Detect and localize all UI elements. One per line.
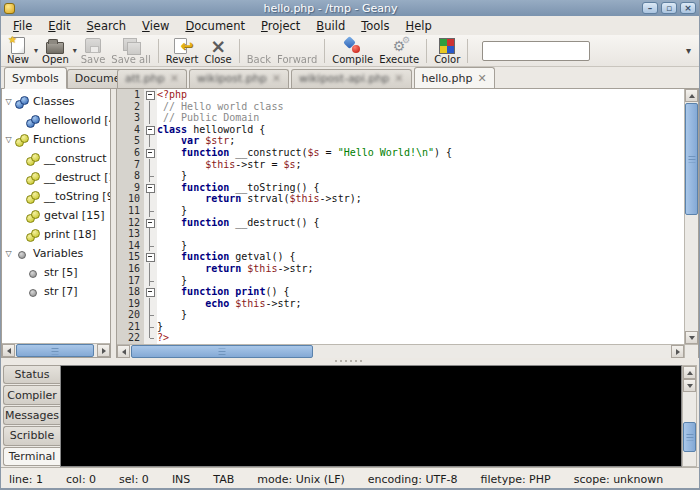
tab-close-icon[interactable]: ✕ (394, 74, 403, 83)
tree-expander-icon[interactable]: ▽ (2, 249, 15, 258)
code-token: $s (283, 159, 295, 170)
menu-document[interactable]: Document (178, 17, 252, 35)
color-button[interactable]: Color (431, 36, 463, 66)
code-token (157, 298, 205, 309)
scroll-up-icon[interactable] (685, 89, 698, 102)
fold-line (144, 112, 157, 124)
tab-symbols[interactable]: Symbols (4, 67, 67, 89)
editor-vertical-scrollbar[interactable] (684, 89, 698, 344)
tree-item-classes[interactable]: ▽Classes (2, 92, 110, 111)
code-token: = (320, 147, 338, 158)
code-token: // Public Domain (157, 112, 259, 123)
window-controls: –▫× (642, 2, 696, 14)
scrollbar-thumb[interactable] (685, 103, 698, 215)
scrollbar-thumb[interactable] (131, 345, 313, 358)
tab-scribble[interactable]: Scribble (3, 426, 60, 445)
terminal-vertical-scrollbar[interactable] (682, 365, 697, 467)
editor-horizontal-scrollbar[interactable] (117, 344, 684, 358)
titlebar[interactable]: hello.php - /tmp - Geany –▫× (1, 0, 699, 16)
symbols-sidebar: ▽Classeshelloworld [4]▽Functions__constr… (1, 89, 111, 358)
minimize-button[interactable]: – (642, 2, 658, 14)
tree-item-print-18-[interactable]: print [18] (2, 225, 110, 244)
tab-wikipost-api-php[interactable]: wikipost-api.php✕ (291, 69, 412, 88)
code-line: // Hello world class (157, 101, 684, 113)
tab-hello-php[interactable]: hello.php✕ (414, 67, 495, 88)
scroll-left-icon[interactable] (2, 344, 15, 357)
tree-item-variables[interactable]: ▽Variables (2, 244, 110, 263)
open-button[interactable]: Open (39, 36, 72, 66)
revert-button[interactable]: Revert (163, 36, 202, 66)
tab-close-icon[interactable]: ✕ (170, 74, 179, 83)
menu-project[interactable]: Project (254, 17, 307, 35)
code-token: } (157, 205, 187, 216)
toolbar-button-label: Save all (111, 55, 150, 65)
tree-item-helloworld-4-[interactable]: helloworld [4] (2, 111, 110, 130)
fold-collapse-icon[interactable] (144, 286, 157, 298)
tree-item-functions[interactable]: ▽Functions (2, 130, 110, 149)
tab-compiler[interactable]: Compiler (3, 385, 60, 404)
status-field-scope: scope: unknown (574, 473, 663, 486)
bottom-panel-splitter[interactable] (1, 358, 699, 364)
fold-collapse-icon[interactable] (144, 89, 157, 101)
close-button[interactable]: Close (201, 36, 234, 66)
tab-wikipost-php[interactable]: wikipost.php✕ (189, 69, 289, 88)
code-token: ) { (434, 147, 452, 158)
tree-expander-icon[interactable]: ▽ (2, 97, 15, 106)
toolbar-search-input[interactable] (482, 41, 590, 61)
fold-line (144, 101, 157, 113)
tab-close-icon[interactable]: ✕ (272, 74, 281, 83)
code-line (157, 228, 684, 240)
fold-collapse-icon[interactable] (144, 251, 157, 263)
save-all-button: Save all (108, 36, 153, 66)
fold-collapse-icon[interactable] (144, 124, 157, 136)
tab-terminal[interactable]: Terminal (3, 447, 60, 466)
tree-item-str-5-[interactable]: str [5] (2, 263, 110, 282)
fold-collapse-icon[interactable] (144, 182, 157, 194)
new-button[interactable]: New (3, 36, 33, 66)
menu-help[interactable]: Help (399, 17, 439, 35)
tree-item--tostring-9-[interactable]: __toString [9] (2, 187, 110, 206)
menu-tools[interactable]: Tools (354, 17, 396, 35)
menu-search[interactable]: Search (80, 17, 134, 35)
code-view[interactable]: <?php // Hello world class // Public Dom… (157, 89, 684, 344)
compile-button[interactable]: Compile (329, 36, 376, 66)
terminal-output[interactable] (60, 365, 682, 467)
fold-collapse-icon[interactable] (144, 217, 157, 229)
tab-att-php[interactable]: att.php✕ (117, 69, 187, 88)
execute-button[interactable]: Execute (376, 36, 422, 66)
fold-collapse-icon[interactable] (144, 147, 157, 159)
scroll-right-icon[interactable] (97, 344, 110, 357)
scroll-right-icon[interactable] (671, 345, 684, 358)
status-field-col: col: 0 (66, 473, 96, 486)
menu-file[interactable]: File (6, 17, 39, 35)
scroll-down-icon[interactable] (683, 379, 696, 392)
menu-edit[interactable]: Edit (41, 17, 77, 35)
tree-item--construct-6-[interactable]: __construct [6] (2, 149, 110, 168)
sidebar-horizontal-scrollbar[interactable] (2, 343, 110, 357)
tree-item-str-7-[interactable]: str [7] (2, 282, 110, 301)
tree-item--destruct-12-[interactable]: __destruct [12] (2, 168, 110, 187)
tab-status[interactable]: Status (3, 365, 60, 384)
scroll-left-icon[interactable] (117, 345, 130, 358)
line-number: 20 (117, 309, 140, 321)
code-line: ?> (157, 332, 684, 344)
scroll-down-icon[interactable] (685, 331, 698, 344)
geany-app-icon (4, 3, 15, 14)
maximize-button[interactable]: ▫ (661, 2, 677, 14)
menu-view[interactable]: View (135, 17, 176, 35)
fold-line (144, 240, 157, 252)
tree-expander-icon[interactable]: ▽ (2, 135, 15, 144)
scrollbar-thumb[interactable] (683, 422, 696, 452)
scrollbar-thumb[interactable] (16, 344, 94, 357)
close-button[interactable]: × (680, 2, 696, 14)
fold-margin[interactable] (144, 89, 157, 344)
toolbar-overflow-icon[interactable]: ▾ (686, 45, 691, 56)
code-line: } (157, 321, 684, 333)
menu-build[interactable]: Build (309, 17, 352, 35)
menu-mnemonic: P (261, 19, 268, 33)
tree-item-getval-15-[interactable]: getval [15] (2, 206, 110, 225)
scroll-up-icon[interactable] (683, 366, 696, 379)
variable-icon (15, 248, 30, 260)
tab-messages[interactable]: Messages (3, 406, 60, 425)
tab-close-icon[interactable]: ✕ (477, 74, 486, 83)
